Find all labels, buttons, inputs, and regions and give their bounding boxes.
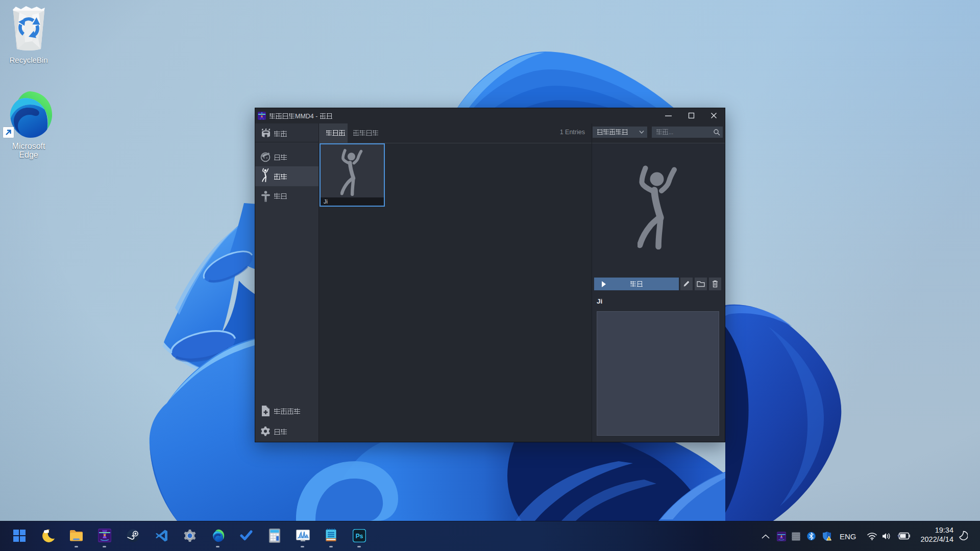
svg-text:Ps: Ps (356, 533, 363, 540)
